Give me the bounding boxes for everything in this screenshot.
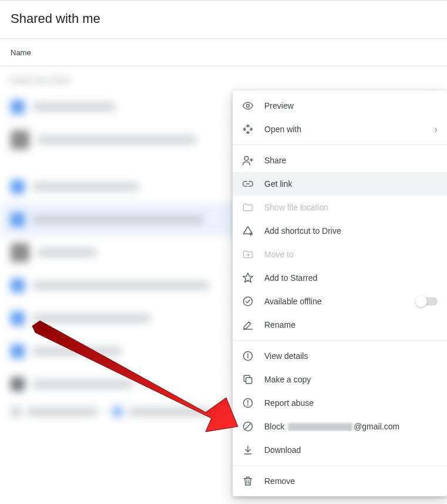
copy-icon: [242, 374, 254, 385]
svg-point-1: [244, 156, 248, 160]
svg-rect-7: [246, 378, 252, 384]
svg-point-3: [244, 297, 253, 306]
menu-label: Rename: [264, 320, 438, 330]
open-with-icon: [242, 123, 254, 135]
menu-make-copy[interactable]: Make a copy: [233, 368, 447, 391]
columns-header: Name: [0, 39, 447, 66]
menu-label: Download: [264, 445, 438, 455]
link-icon: [242, 178, 254, 190]
chevron-right-icon: ›: [428, 123, 438, 136]
offline-icon: [242, 295, 254, 307]
menu-remove[interactable]: Remove: [233, 469, 447, 493]
menu-label: Share: [264, 156, 438, 165]
menu-available-offline[interactable]: Available offline: [233, 290, 447, 313]
menu-label: Open with: [264, 125, 418, 134]
menu-label: Add to Starred: [264, 273, 438, 283]
svg-point-0: [247, 105, 250, 107]
menu-label: Make a copy: [264, 375, 438, 384]
folder-move-icon: [242, 248, 254, 260]
folder-icon: [242, 201, 254, 213]
svg-point-10: [248, 405, 248, 405]
menu-block-user[interactable]: Block @gmail.com: [233, 415, 447, 438]
menu-divider: [233, 145, 447, 145]
svg-point-6: [248, 354, 248, 354]
page-title: Shared with me: [0, 1, 447, 39]
menu-label: Remove: [264, 476, 438, 486]
menu-label: Get link: [264, 179, 438, 189]
menu-open-with[interactable]: Open with ›: [233, 117, 447, 141]
menu-label: Show file location: [264, 203, 438, 212]
redacted-email: [288, 423, 352, 431]
menu-add-starred[interactable]: Add to Starred: [233, 266, 447, 290]
trash-icon: [242, 475, 254, 487]
column-name: Name: [11, 48, 31, 57]
download-icon: [242, 444, 254, 456]
menu-report-abuse[interactable]: Report abuse: [233, 391, 447, 415]
menu-label: View details: [264, 351, 438, 361]
pencil-icon: [242, 319, 254, 331]
menu-label: Available offline: [264, 297, 406, 306]
menu-get-link[interactable]: Get link: [233, 172, 447, 196]
offline-toggle[interactable]: [416, 297, 438, 305]
menu-view-details[interactable]: View details: [233, 344, 447, 368]
menu-label: Block @gmail.com: [264, 422, 438, 431]
menu-divider: [233, 465, 447, 466]
info-icon: [242, 350, 254, 362]
eye-icon: [242, 100, 254, 112]
menu-move-to: Move to: [233, 243, 447, 266]
alert-icon: [242, 397, 254, 409]
menu-share[interactable]: Share: [233, 149, 447, 172]
context-menu: Preview Open with › Share Get link Show …: [233, 90, 447, 496]
menu-label: Preview: [264, 101, 438, 110]
menu-add-shortcut[interactable]: Add shortcut to Drive: [233, 219, 447, 243]
menu-rename[interactable]: Rename: [233, 313, 447, 337]
menu-download[interactable]: Download: [233, 438, 447, 462]
block-icon: [242, 421, 254, 432]
svg-marker-2: [243, 273, 253, 283]
menu-label: Move to: [264, 250, 438, 259]
svg-line-12: [245, 424, 251, 429]
menu-preview[interactable]: Preview: [233, 94, 447, 117]
menu-label: Add shortcut to Drive: [264, 226, 438, 236]
menu-label: Report abuse: [264, 398, 438, 408]
star-icon: [242, 272, 254, 284]
person-add-icon: [242, 154, 254, 166]
drive-add-icon: [242, 225, 254, 237]
menu-show-file-location: Show file location: [233, 196, 447, 219]
menu-divider: [233, 340, 447, 341]
